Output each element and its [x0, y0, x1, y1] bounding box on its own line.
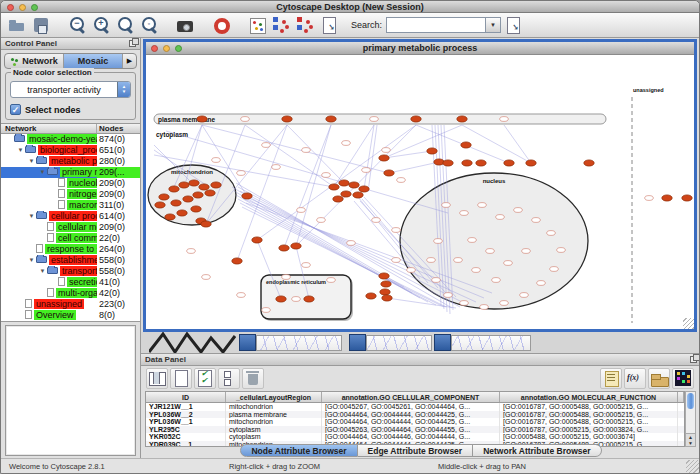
network-node-selected-color[interactable] [434, 159, 444, 165]
network-node[interactable] [302, 148, 311, 153]
network-node[interactable] [454, 258, 463, 263]
tree-row[interactable]: Overview8(0) [1, 310, 140, 321]
table-row[interactable]: YPL036W__1mitochondrion[GO:0044464, GO:0… [146, 418, 684, 426]
network-node[interactable] [432, 278, 441, 283]
formula-builder-button[interactable] [624, 368, 646, 389]
column-nodes[interactable]: Nodes [97, 124, 140, 133]
table-scrollbar[interactable]: ▲▼ [685, 391, 696, 447]
tree-row[interactable]: ▼metabolic process280(0) [1, 156, 140, 167]
expander-icon[interactable]: ▼ [27, 156, 36, 167]
network-node[interactable] [347, 241, 356, 246]
network-node-selected-color[interactable] [476, 160, 486, 166]
network-node[interactable] [302, 263, 311, 268]
apply-vizmap-button[interactable] [293, 14, 317, 36]
table-header-cell[interactable]: annotation.GO CELLULAR_COMPONENT [322, 392, 500, 402]
network-node-selected-color[interactable] [326, 116, 336, 122]
window-titlebar[interactable]: Cytoscape Desktop (New Session) [1, 1, 699, 13]
network-node[interactable] [187, 249, 196, 254]
tree-row[interactable]: mosaic-demo-yeast874(0) [1, 134, 140, 145]
network-node-selected-color[interactable] [384, 170, 394, 176]
network-node[interactable] [262, 143, 271, 148]
network-node-selected-color[interactable] [205, 190, 215, 196]
network-node[interactable] [434, 239, 443, 244]
table-header-cell[interactable]: annotation.GO MOLECULAR_FUNCTION [500, 392, 678, 402]
network-node-selected-color[interactable] [155, 202, 165, 208]
tree-row[interactable]: ▼primary metabo209(... [1, 167, 140, 178]
network-edge[interactable] [202, 125, 389, 173]
network-canvas[interactable]: plasma membranecytoplasmmitochondrionnuc… [146, 55, 694, 329]
network-node[interactable] [342, 141, 351, 146]
network-node[interactable] [202, 275, 211, 280]
network-edge[interactable] [389, 162, 439, 173]
tree-column-headers[interactable]: Network Nodes [1, 123, 140, 134]
table-cell[interactable]: [GO:0045267, GO:0045261, GO:0044464, G..… [322, 403, 500, 411]
tab-mosaic[interactable]: Mosaic [64, 54, 123, 68]
network-node[interactable] [237, 171, 246, 176]
scrollbar-thumb[interactable] [687, 393, 694, 409]
network-node[interactable] [427, 258, 436, 263]
network-node-selected-color[interactable] [201, 221, 211, 227]
search-input[interactable] [386, 17, 486, 33]
save-session-button[interactable] [29, 14, 53, 36]
network-node-selected-color[interactable] [339, 180, 349, 186]
network-node[interactable] [496, 215, 505, 220]
tab-network[interactable]: Network [5, 54, 64, 68]
select-nodes-checkbox[interactable]: ✓ [10, 104, 21, 115]
table-cell[interactable]: [GO:0016787, GO:0005488, GO:0005215, G..… [500, 411, 678, 419]
tree-row[interactable]: ▼biological_process651(0) [1, 145, 140, 156]
network-node[interactable] [292, 297, 301, 302]
background-window-titlebar[interactable] [434, 334, 451, 351]
network-node-selected-color[interactable] [366, 293, 376, 299]
network-node-selected-color[interactable] [349, 182, 359, 188]
network-node-selected-color[interactable] [341, 191, 351, 197]
network-node[interactable] [392, 228, 401, 233]
network-node[interactable] [557, 248, 566, 253]
network-node[interactable] [262, 308, 271, 313]
background-window-titlebar[interactable] [239, 334, 256, 351]
network-node-selected-color[interactable] [353, 192, 363, 198]
network-node-selected-color[interactable] [183, 196, 193, 202]
network-node-selected-color[interactable] [662, 195, 672, 201]
network-node-selected-color[interactable] [291, 243, 301, 249]
tree-row[interactable]: cellular metabo209(0) [1, 222, 140, 233]
table-cell[interactable]: [GO:0044464, GO:0044444, GO:0044425, G..… [322, 411, 500, 419]
table-cell[interactable]: plasma membrane [226, 411, 322, 419]
network-node[interactable] [444, 293, 453, 298]
network-node[interactable] [492, 278, 501, 283]
zoom-fit-button[interactable] [113, 14, 137, 36]
network-edge[interactable] [284, 125, 331, 248]
float-panel-icon[interactable] [690, 356, 697, 363]
zoom-selected-button[interactable] [137, 14, 161, 36]
network-node-selected-color[interactable] [359, 186, 369, 192]
zoom-out-button[interactable] [65, 14, 89, 36]
network-node-selected-color[interactable] [177, 210, 187, 216]
network-node[interactable] [486, 249, 495, 254]
table-cell[interactable]: YPL036W__1 [146, 418, 226, 426]
tree-row[interactable]: ▼establishment of lo558(0) [1, 255, 140, 266]
network-node[interactable] [272, 165, 281, 170]
network-node-selected-color[interactable] [282, 116, 292, 122]
network-node[interactable] [532, 218, 541, 223]
network-node[interactable] [645, 196, 654, 201]
table-header-cell[interactable]: ID [146, 392, 226, 402]
table-cell[interactable]: [GO:0044464, GO:0044446, GO:0044444, G..… [322, 433, 500, 441]
tab-node-attribute-browser[interactable]: Node Attribute Browser [240, 444, 357, 457]
network-edge[interactable] [334, 125, 374, 187]
network-node[interactable] [460, 301, 469, 306]
network-node[interactable] [504, 261, 513, 266]
network-node-selected-color[interactable] [427, 148, 437, 154]
network-node-selected-color[interactable] [682, 195, 692, 201]
network-node-selected-color[interactable] [411, 116, 421, 122]
network-edge[interactable] [462, 125, 531, 163]
unselect-attributes-button[interactable] [218, 368, 240, 389]
network-node-selected-color[interactable] [504, 160, 514, 166]
network-node[interactable] [478, 203, 487, 208]
table-cell[interactable]: YLR295C [146, 426, 226, 434]
expander-icon[interactable]: ▼ [27, 211, 36, 222]
network-node-selected-color[interactable] [279, 245, 289, 251]
tree-row[interactable]: cell communicat22(0) [1, 233, 140, 244]
network-node-selected-color[interactable] [169, 186, 179, 192]
network-node[interactable] [372, 218, 381, 223]
nucleus-region[interactable] [400, 173, 588, 309]
network-node[interactable] [241, 117, 250, 122]
